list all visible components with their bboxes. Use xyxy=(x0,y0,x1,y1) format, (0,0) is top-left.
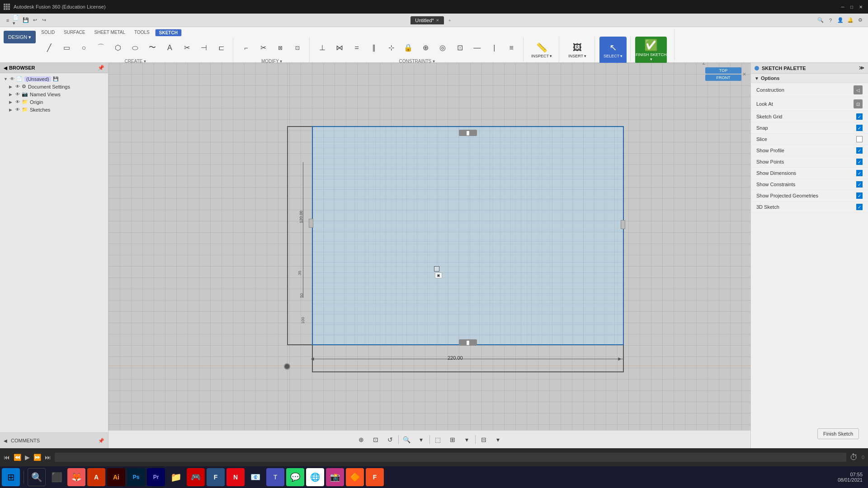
tangent-button[interactable]: ⋈ xyxy=(331,37,348,59)
coincident-button[interactable]: ⊥ xyxy=(314,37,330,59)
fusion360-icon[interactable]: F xyxy=(207,468,225,486)
timeline-area[interactable] xyxy=(55,453,846,462)
horizontal-button[interactable]: — xyxy=(469,37,485,59)
polygon-tool-button[interactable]: ⬡ xyxy=(110,37,126,59)
notifications-button[interactable]: 🔔 xyxy=(846,16,854,24)
rectangle-tool-button[interactable]: ▭ xyxy=(58,37,75,59)
offset-tool-button[interactable]: ⊡ xyxy=(289,37,306,59)
step-back-button[interactable]: ⏪ xyxy=(14,454,21,461)
close-button[interactable]: ✕ xyxy=(857,3,864,10)
adobe-icon[interactable]: A xyxy=(87,468,105,486)
display-mode-btn[interactable]: ⬚ xyxy=(432,433,444,446)
insert-button[interactable]: 🖼 INSERT ▾ xyxy=(564,37,591,64)
show-profile-checkbox[interactable]: ✓ xyxy=(856,147,863,154)
circle-tool-button[interactable]: ○ xyxy=(75,37,92,59)
sheet-metal-tab[interactable]: SHEET METAL xyxy=(90,29,129,37)
grid-display-dropdown-btn[interactable]: ▾ xyxy=(461,433,473,446)
show-dimensions-checkbox[interactable]: ✓ xyxy=(856,170,863,176)
3d-sketch-row[interactable]: 3D Sketch ✓ xyxy=(751,202,868,213)
eye-icon[interactable]: 👁 xyxy=(15,99,20,104)
show-projected-checkbox[interactable]: ✓ xyxy=(856,192,863,199)
ellipse-tool-button[interactable]: ⬭ xyxy=(127,37,143,59)
concentric-button[interactable]: ◎ xyxy=(434,37,451,59)
minimize-button[interactable]: ─ xyxy=(839,3,846,10)
show-constraints-row[interactable]: Show Constraints ✓ xyxy=(751,179,868,190)
midpoint-button[interactable]: ⊕ xyxy=(417,37,434,59)
view-options-btn[interactable]: ⊟ xyxy=(477,433,490,446)
show-constraints-checkbox[interactable]: ✓ xyxy=(856,181,863,188)
orbit-btn[interactable]: ↺ xyxy=(384,433,396,446)
eye-icon[interactable]: 👁 xyxy=(15,84,20,89)
premiere-icon[interactable]: Pr xyxy=(147,468,165,486)
show-profile-row[interactable]: Show Profile ✓ xyxy=(751,145,868,156)
show-dimensions-row[interactable]: Show Dimensions ✓ xyxy=(751,168,868,179)
extend-tool-button[interactable]: ⊠ xyxy=(272,37,288,59)
browser-item-doc-settings[interactable]: ▶ 👁 ⚙ Document Settings xyxy=(0,83,108,90)
eye-icon[interactable]: 👁 xyxy=(10,76,14,81)
eye-icon[interactable]: 👁 xyxy=(15,92,20,97)
browser-pin-icon[interactable]: 📌 xyxy=(98,65,104,71)
design-dropdown-button[interactable]: DESIGN ▾ xyxy=(4,31,36,43)
select-button[interactable]: ↖ SELECT ▾ xyxy=(599,37,627,64)
search-taskbar-icon[interactable]: 🔍 xyxy=(28,468,46,486)
options-section-header[interactable]: ▼ Options xyxy=(751,74,868,83)
teams-icon[interactable]: T xyxy=(266,468,284,486)
help-button[interactable]: ? xyxy=(826,16,835,24)
app-menu-icon[interactable]: ≡ xyxy=(4,16,12,24)
view-cube[interactable]: TOP FRONT Z ✕ xyxy=(705,67,741,81)
task-view-icon[interactable]: ⬛ xyxy=(47,468,66,486)
line-tool-button[interactable]: ╱ xyxy=(41,37,57,59)
vertical-button[interactable]: | xyxy=(486,37,502,59)
browser-item-named-views[interactable]: ▶ 👁 📷 Named Views xyxy=(0,90,108,98)
collinear-button[interactable]: ≡ xyxy=(503,37,519,59)
file-menu-icon[interactable]: 📄▾ xyxy=(13,16,21,24)
surface-tab[interactable]: SURFACE xyxy=(60,29,89,37)
finish-sketch-palette-button[interactable]: Finish Sketch xyxy=(817,428,859,439)
account-button[interactable]: 👤 xyxy=(836,16,844,24)
grid-origin-btn[interactable]: ⊕ xyxy=(355,433,368,446)
whatsapp-icon[interactable]: 💬 xyxy=(286,468,304,486)
browser-item-root[interactable]: ▼ 👁 📄 (Unsaved) 💾 xyxy=(0,75,108,83)
collapse-icon[interactable]: ◀ xyxy=(4,66,7,70)
settings-button[interactable]: ⚙ xyxy=(856,16,864,24)
snap-row[interactable]: Snap ✓ xyxy=(751,122,868,134)
folder-icon[interactable]: 📁 xyxy=(167,468,185,486)
view-cube-front[interactable]: FRONT xyxy=(705,75,741,81)
show-points-row[interactable]: Show Points ✓ xyxy=(751,156,868,168)
netflix-icon[interactable]: N xyxy=(226,468,245,486)
photoshop-icon[interactable]: Ps xyxy=(127,468,145,486)
sketch-tab[interactable]: SKETCH xyxy=(155,29,182,37)
mail-icon[interactable]: 📧 xyxy=(246,468,264,486)
play-button[interactable]: ▶ xyxy=(25,454,30,461)
canvas-area[interactable]: ▐▌ ▐▌ 120.00 35 50 100 ◄ ► 220.00 xyxy=(108,63,750,448)
step-forward-button[interactable]: ⏩ xyxy=(33,454,41,461)
chrome-icon[interactable]: 🌐 xyxy=(306,468,324,486)
instagram-icon[interactable]: 📸 xyxy=(326,468,344,486)
slice-checkbox[interactable] xyxy=(856,136,863,142)
tab-close-icon[interactable]: ✕ xyxy=(436,18,439,23)
expand-comments-icon[interactable]: ◀ xyxy=(4,438,7,443)
windows-start-button[interactable]: ⊞ xyxy=(2,468,20,486)
arc-tool-button[interactable]: ⌒ xyxy=(93,37,109,59)
grid-display-btn[interactable]: ⊞ xyxy=(446,433,459,446)
palette-expand-icon[interactable]: ≫ xyxy=(859,65,864,71)
extra-icon[interactable]: 🔶 xyxy=(346,468,364,486)
equal-button[interactable]: = xyxy=(349,37,365,59)
look-at-icon-btn[interactable]: ⊡ xyxy=(854,99,863,108)
show-projected-row[interactable]: Show Projected Geometries ✓ xyxy=(751,190,868,202)
timelapse-button[interactable]: ⏱ xyxy=(850,453,858,462)
skip-end-button[interactable]: ⏭ xyxy=(45,454,51,461)
trim-tool-button[interactable]: ✂ xyxy=(179,37,195,59)
finish-sketch-button[interactable]: ✅ FINISH SKETCH ▾ xyxy=(635,37,667,64)
zoom-btn[interactable]: 🔍 xyxy=(401,433,413,446)
restore-button[interactable]: □ xyxy=(848,3,855,10)
active-tab[interactable]: Untitled* ✕ xyxy=(410,16,444,24)
trim-tool-button2[interactable]: ✂ xyxy=(255,37,271,59)
sketch-grid-row[interactable]: Sketch Grid ✓ xyxy=(751,111,868,122)
game-icon[interactable]: 🎮 xyxy=(187,468,205,486)
mirror-tool-button[interactable]: ⊣ xyxy=(196,37,212,59)
skip-start-button[interactable]: ⏮ xyxy=(4,454,10,461)
look-at-row[interactable]: Look At ⊡ xyxy=(751,97,868,111)
3d-sketch-checkbox[interactable]: ✓ xyxy=(856,204,863,210)
snap-toggle-btn[interactable]: ⊡ xyxy=(369,433,382,446)
